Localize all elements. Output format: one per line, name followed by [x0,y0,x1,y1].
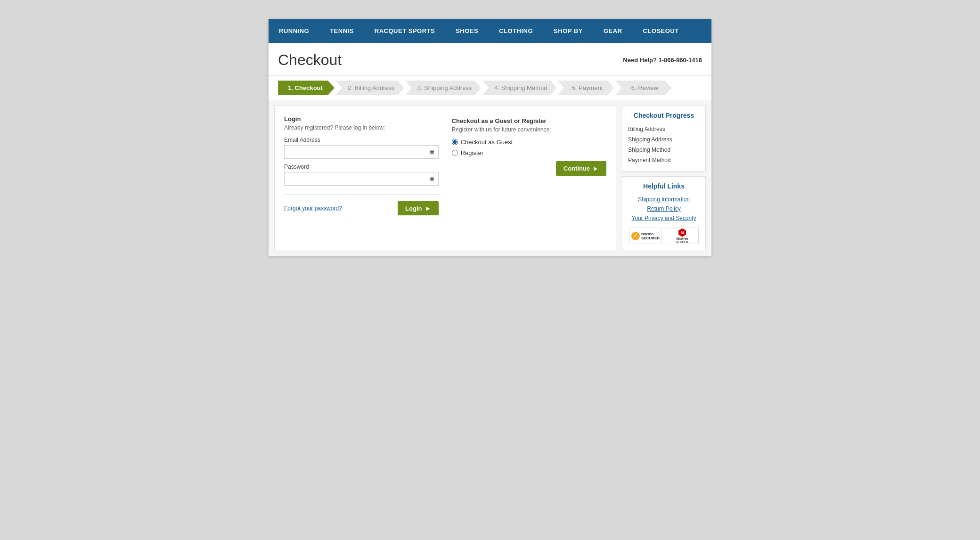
progress-shipping-address: Shipping Address [628,134,700,145]
norton-badge: ✓ NortonSECURED [629,228,662,244]
step-4-shipping-method[interactable]: 4. Shipping Method [482,81,556,95]
guest-section: Checkout as a Guest or Register Register… [452,115,606,176]
login-arrow-icon: ► [425,205,431,212]
return-policy-link[interactable]: Return Policy [628,204,700,213]
step-6-review[interactable]: 6. Review [615,81,671,95]
guest-radio[interactable] [452,139,458,145]
nav-closeout[interactable]: CLOSEOUT [632,19,689,43]
progress-billing-address: Billing Address [628,124,700,134]
divider [284,194,439,195]
checkout-progress-box: Checkout Progress Billing Address Shippi… [622,106,706,172]
email-input[interactable] [284,145,439,159]
guest-subtitle: Register with us for future convenience: [452,126,606,133]
continue-arrow-icon: ► [593,165,599,172]
register-label: Register [461,149,483,156]
step-1-checkout[interactable]: 1. Checkout [278,81,335,95]
helpful-links-title: Helpful Links [628,182,700,190]
password-input-wrap: ✱ [284,172,439,186]
login-button[interactable]: Login ► [398,201,439,215]
login-section: Login Already registered? Please log in … [284,115,439,215]
checkout-header: Checkout Need Help? 1-866-860-1416 [269,43,711,76]
form-panel: Login Already registered? Please log in … [274,106,616,250]
nav-shop-by[interactable]: SHOP BY [543,19,593,43]
helpful-links-box: Helpful Links Shipping Information Retur… [622,176,706,250]
help-text: Need Help? 1-866-860-1416 [623,57,702,64]
nav-tennis[interactable]: TENNIS [319,19,364,43]
continue-button-label: Continue [564,165,590,172]
top-nav: RUNNING TENNIS RACQUET SPORTS SHOES CLOT… [269,19,711,43]
continue-row: Continue ► [452,161,606,176]
nav-shoes[interactable]: SHOES [445,19,489,43]
nav-clothing[interactable]: CLOTHING [489,19,543,43]
login-button-label: Login [405,205,422,212]
guest-title: Checkout as a Guest or Register [452,117,606,124]
password-required-icon: ✱ [429,175,435,183]
step-5-payment[interactable]: 5. Payment [557,81,614,95]
step-2-billing[interactable]: 2. Billing Address [335,81,404,95]
checkout-as-guest-option[interactable]: Checkout as Guest [452,139,606,146]
step-3-shipping-address[interactable]: 3. Shipping Address [405,81,482,95]
page-wrapper: RUNNING TENNIS RACQUET SPORTS SHOES CLOT… [269,19,711,256]
security-badges: ✓ NortonSECURED M McAfeeSECURE [628,228,700,244]
login-subtitle: Already registered? Please log in below: [284,124,439,131]
checkout-progress-title: Checkout Progress [628,112,700,119]
main-content: Login Already registered? Please log in … [269,100,711,256]
continue-button[interactable]: Continue ► [556,161,606,176]
password-label: Password [284,164,439,170]
password-input[interactable] [284,172,439,186]
privacy-security-link[interactable]: Your Privacy and Security [628,213,700,223]
mcafee-label: McAfeeSECURE [675,237,689,244]
nav-gear[interactable]: GEAR [593,19,633,43]
mcafee-badge: M McAfeeSECURE [666,228,699,244]
forgot-password-link[interactable]: Forgot your password? [284,205,342,212]
register-radio[interactable] [452,150,458,156]
shipping-information-link[interactable]: Shipping Information [628,195,700,204]
email-label: Email Address [284,137,439,143]
login-bottom-area: Forgot your password? Login ► [284,201,439,215]
email-input-wrap: ✱ [284,145,439,159]
register-option[interactable]: Register [452,149,606,156]
steps-bar: 1. Checkout 2. Billing Address 3. Shippi… [269,76,711,100]
nav-racquet-sports[interactable]: RACQUET SPORTS [364,19,445,43]
nav-running[interactable]: RUNNING [269,19,319,43]
progress-shipping-method: Shipping Method [628,145,700,155]
guest-register-options: Checkout as Guest Register [452,139,606,156]
guest-label: Checkout as Guest [461,139,513,146]
page-title: Checkout [278,51,342,69]
sidebar: Checkout Progress Billing Address Shippi… [622,100,711,256]
norton-label: NortonSECURED [641,232,660,240]
mcafee-shield-icon: M [678,229,686,237]
email-required-icon: ✱ [429,148,435,156]
progress-payment-method: Payment Method [628,155,700,165]
norton-check-icon: ✓ [631,232,640,240]
login-title: Login [284,115,439,123]
